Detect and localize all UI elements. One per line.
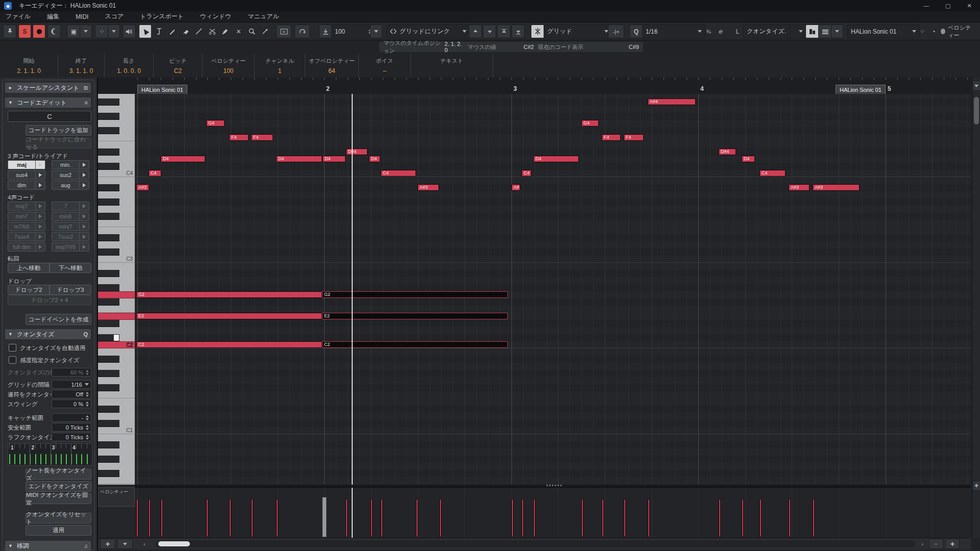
- section-scale-assistant[interactable]: ►スケールアシスタント⧉: [5, 83, 91, 93]
- midi-note-C4[interactable]: C4: [149, 170, 161, 177]
- velocity-bar-selected[interactable]: [322, 497, 327, 537]
- add-chord-track-button[interactable]: コードトラックを追加: [26, 125, 91, 136]
- velocity-bar[interactable]: [813, 499, 815, 537]
- scroll-right-button[interactable]: ›: [918, 539, 927, 549]
- chord-button-sus4[interactable]: sus4: [8, 170, 45, 180]
- velocity-bar[interactable]: [229, 499, 231, 537]
- part-editing-mode-button[interactable]: [805, 24, 819, 38]
- black-key-F#1[interactable]: [98, 384, 119, 391]
- scroll-up-button[interactable]: [972, 81, 980, 91]
- vertical-scroll-thumb[interactable]: [974, 97, 979, 124]
- info-field-3[interactable]: ピッチC2: [154, 54, 203, 78]
- info-field-2[interactable]: 長さ1. 0. 0. 0: [105, 54, 154, 78]
- quantize-button2-1[interactable]: 適用: [26, 525, 91, 536]
- chord-button-7sus4[interactable]: 7sus4: [8, 232, 45, 241]
- snap-type-dropdown[interactable]: グリッド: [544, 24, 612, 38]
- quantize-preset-dropdown[interactable]: 1/16: [642, 24, 705, 38]
- section-quantize[interactable]: ▼クオンタイズQ: [5, 329, 91, 339]
- drop2-button[interactable]: ドロップ2: [8, 285, 50, 295]
- mouse-position-display-button[interactable]: ▣: [67, 24, 81, 38]
- midi-note-A#3[interactable]: A#3: [418, 184, 439, 191]
- chord-flag-icon[interactable]: [35, 222, 45, 231]
- quantize-row-field-4[interactable]: 0 Ticks: [52, 423, 91, 432]
- midi-note-G4[interactable]: G4: [206, 120, 225, 127]
- quantize-button-0[interactable]: ノート長をクオンタイズ: [26, 469, 91, 480]
- draw-tool[interactable]: [166, 24, 179, 38]
- vertical-scrollbar[interactable]: ✚: [972, 78, 980, 538]
- track-selector-dropdown[interactable]: HALion Sonic 01: [847, 24, 920, 38]
- midi-note-F4[interactable]: F4: [602, 134, 621, 141]
- black-key-F#0[interactable]: [98, 470, 119, 477]
- auto-apply-quantize-checkbox[interactable]: [9, 344, 16, 352]
- chord-flag-icon[interactable]: [79, 212, 89, 220]
- chord-button-m7b5[interactable]: m7/b5: [8, 222, 45, 231]
- midi-note-C2[interactable]: C2: [322, 341, 508, 348]
- horizontal-scrollbar[interactable]: [155, 540, 916, 547]
- midi-note-D4[interactable]: D4: [161, 156, 205, 162]
- midi-note-D#4[interactable]: D#4: [346, 148, 368, 155]
- move-up-inversion-button[interactable]: 上へ移動: [8, 263, 50, 273]
- step-input-dropdown[interactable]: [108, 24, 120, 38]
- quantize-icon[interactable]: Q: [629, 24, 643, 38]
- black-key-F#2[interactable]: [98, 298, 119, 306]
- edit-active-part-button[interactable]: [818, 24, 832, 38]
- section-chord-edit[interactable]: ▼コードエディット≡: [5, 97, 91, 108]
- iterative-quantize-button[interactable]: e: [715, 24, 727, 38]
- object-selection-tool[interactable]: [139, 24, 152, 38]
- midi-note-E2[interactable]: E2: [136, 313, 322, 319]
- black-key-G#0[interactable]: [98, 456, 119, 463]
- velocity-bar[interactable]: [624, 499, 626, 537]
- chord-button-dim[interactable]: dim: [8, 181, 45, 190]
- length-quantize-icon[interactable]: L: [732, 24, 743, 38]
- black-key-C#4[interactable]: [98, 163, 119, 170]
- black-key-D#2[interactable]: [98, 320, 119, 327]
- midi-note-F4[interactable]: F4: [229, 134, 249, 141]
- horizontal-scroll-thumb[interactable]: [158, 541, 190, 546]
- black-key-C#3[interactable]: [98, 248, 119, 256]
- velocity-bar[interactable]: [251, 499, 253, 537]
- velocity-bar[interactable]: [371, 499, 373, 537]
- chord-flag-icon[interactable]: [79, 181, 89, 189]
- velocity-bar[interactable]: [760, 499, 762, 537]
- close-button[interactable]: ✕: [959, 0, 980, 11]
- velocity-bar[interactable]: [648, 499, 650, 537]
- black-key-G#1[interactable]: [98, 370, 119, 377]
- minimize-button[interactable]: —: [916, 0, 937, 11]
- black-key-D#3[interactable]: [98, 234, 119, 241]
- menu-item-4[interactable]: トランスポート: [134, 12, 194, 21]
- velocity-bar[interactable]: [149, 499, 151, 537]
- info-field-8[interactable]: テキスト: [411, 54, 493, 78]
- velocity-bar[interactable]: [742, 499, 744, 537]
- step-input-button[interactable]: ⁘: [95, 24, 109, 38]
- info-field-0[interactable]: 開始2. 1. 1. 0: [0, 54, 58, 78]
- velocity-lane[interactable]: [135, 487, 971, 538]
- velocity-bar[interactable]: [533, 499, 535, 537]
- mute-tool[interactable]: ✕: [232, 24, 245, 38]
- chord-flag-icon[interactable]: [35, 202, 45, 210]
- menu-item-2[interactable]: MIDI: [70, 13, 99, 20]
- info-field-6[interactable]: オフベロシティー64: [305, 54, 359, 78]
- insert-velocity-dropdown[interactable]: [370, 24, 382, 38]
- match-chord-track-button[interactable]: コードトラックに合わせる: [26, 138, 91, 148]
- chord-button-fulldim[interactable]: full dim: [8, 242, 45, 252]
- auto-scroll-button[interactable]: [276, 24, 291, 38]
- menu-item-5[interactable]: ウィンドウ: [194, 12, 242, 21]
- status-box-0[interactable]: マウスのタイムポジション2. 1. 2. 0: [379, 42, 468, 52]
- midi-note-A#4[interactable]: A#4: [648, 98, 696, 105]
- chord-flag-icon[interactable]: [35, 161, 45, 169]
- insert-velocity-icon[interactable]: [319, 24, 332, 38]
- quantize-row-field-5[interactable]: 0 Ticks: [52, 433, 91, 441]
- black-key-A#4[interactable]: [98, 98, 119, 106]
- quantize-strength-field[interactable]: 60 %: [52, 368, 91, 377]
- chord-flag-icon[interactable]: [79, 202, 89, 210]
- chord-button-7sus2[interactable]: 7sus2: [52, 232, 89, 241]
- add-controller-lane-button[interactable]: ✚: [100, 539, 115, 549]
- velocity-bar[interactable]: [346, 499, 348, 537]
- acoustic-feedback-icon[interactable]: [47, 24, 61, 38]
- black-key-D#4[interactable]: [98, 148, 119, 156]
- velocity-bar[interactable]: [439, 499, 442, 537]
- move-up-button[interactable]: [469, 24, 482, 38]
- chord-button-maj[interactable]: maj: [8, 160, 45, 169]
- midi-note-F4[interactable]: F4: [251, 134, 273, 141]
- line-tool[interactable]: [192, 24, 205, 38]
